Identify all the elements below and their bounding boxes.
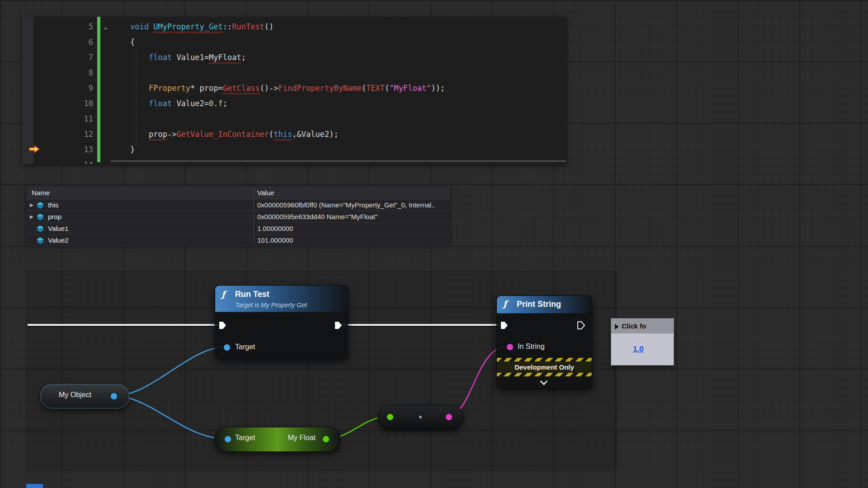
development-only-banner: Development Only xyxy=(497,358,592,376)
node-print-string-header[interactable]: ƒ Print String xyxy=(497,296,592,314)
function-icon: ƒ xyxy=(503,299,507,309)
code-line: 9 FProperty* prop=GetClass()->FindProper… xyxy=(33,80,567,96)
variable-name: this xyxy=(48,201,58,209)
line-number: 9 xyxy=(33,80,99,96)
target-pin[interactable] xyxy=(224,344,230,351)
line-number: 12 xyxy=(33,127,99,142)
code-text: prop->GetValue_InContainer(this,&Value2)… xyxy=(130,127,339,142)
watch-row[interactable]: ▶prop0x00000595e633dd40 Name="MyFloat" xyxy=(26,211,450,223)
code-line: 11 xyxy=(33,111,567,127)
target-pin-label: Target xyxy=(235,343,255,351)
code-text: { xyxy=(130,34,135,50)
collapse-chevron-icon[interactable] xyxy=(540,378,548,385)
variable-value: 101.000000 xyxy=(257,236,447,244)
code-line: 13} xyxy=(33,142,567,157)
function-icon: ƒ xyxy=(222,289,225,299)
expand-arrow-icon[interactable]: ▶ xyxy=(30,202,36,207)
code-editor-panel: 5void UMyProperty_Get::RunTest()6{7 floa… xyxy=(22,17,567,164)
conv-dot-icon xyxy=(419,416,422,418)
variable-value: 0x00000595e633dd40 Name="MyFloat" xyxy=(257,213,447,221)
bottom-left-accent xyxy=(26,484,43,488)
my-object-label: My Object xyxy=(59,391,91,399)
variable-icon xyxy=(36,213,45,221)
node-run-test-header[interactable]: ƒ Run Test Target is My Property Get xyxy=(215,286,348,312)
watch-rows: ▶this0x000005960fbf0ff0 (Name="MyPropert… xyxy=(26,199,450,246)
in-string-pin[interactable] xyxy=(507,344,513,350)
code-text: } xyxy=(130,142,135,157)
development-only-label: Development Only xyxy=(497,361,592,373)
debug-value-popup[interactable]: Click fo 1.0 xyxy=(611,318,674,366)
line-number: 14 xyxy=(33,157,99,164)
node-title: Run Test xyxy=(235,290,269,299)
fold-chevron-icon[interactable]: ⌄ xyxy=(104,19,108,34)
node-print-string[interactable]: ƒ Print String In String Development Onl… xyxy=(496,296,592,388)
code-text: void UMyProperty_Get::RunTest() xyxy=(130,19,274,34)
variable-icon xyxy=(36,237,45,244)
node-title: Print String xyxy=(517,300,561,309)
play-icon xyxy=(615,324,619,329)
line-number: 8 xyxy=(33,65,99,80)
watch-panel: Name Value ▶this0x000005960fbf0ff0 (Name… xyxy=(26,187,450,244)
column-divider[interactable] xyxy=(254,187,254,244)
variable-icon xyxy=(36,225,45,232)
line-number: 6 xyxy=(33,34,99,50)
popup-header[interactable]: Click fo xyxy=(611,319,674,333)
code-line: 8 xyxy=(33,65,567,80)
line-number: 11 xyxy=(33,111,99,127)
float-out-pin[interactable] xyxy=(323,436,329,442)
code-text: float Value2=0.f; xyxy=(130,96,227,111)
indent-guide xyxy=(136,47,137,147)
variable-name: prop xyxy=(48,213,61,221)
node-my-object[interactable]: My Object xyxy=(40,384,129,408)
in-string-pin-label: In String xyxy=(518,343,545,351)
conv-out-pin[interactable] xyxy=(446,414,452,420)
watch-row[interactable]: Value11.00000000 xyxy=(26,223,450,235)
popup-header-label: Click fo xyxy=(622,322,646,330)
exec-in-pin[interactable] xyxy=(500,321,508,330)
expand-arrow-icon[interactable]: ▶ xyxy=(30,214,36,219)
code-line: 12 prop->GetValue_InContainer(this,&Valu… xyxy=(33,127,567,142)
watch-row[interactable]: ▶this0x000005960fbf0ff0 (Name="MyPropert… xyxy=(26,199,450,211)
variable-value: 1.00000000 xyxy=(257,225,447,232)
exec-out-pin[interactable] xyxy=(577,320,585,330)
watch-header: Name Value xyxy=(26,187,450,199)
node-get-my-float[interactable]: Target My Float xyxy=(215,427,340,452)
column-header-name[interactable]: Name xyxy=(32,187,50,199)
code-text: float Value1=MyFloat; xyxy=(130,50,246,65)
line-number: 13 xyxy=(33,142,99,157)
conv-in-pin[interactable] xyxy=(387,414,393,420)
code-text: FProperty* prop=GetClass()->FindProperty… xyxy=(130,80,445,96)
line-number: 7 xyxy=(33,50,99,65)
exec-out-pin[interactable] xyxy=(335,321,342,330)
line-number: 10 xyxy=(33,96,99,111)
node-run-test[interactable]: ƒ Run Test Target is My Property Get Tar… xyxy=(215,285,348,359)
node-float-to-string[interactable] xyxy=(378,405,463,429)
code-line: 5void UMyProperty_Get::RunTest() xyxy=(33,19,567,34)
code-line: 10 float Value2=0.f; xyxy=(33,96,567,111)
variable-icon xyxy=(36,202,45,209)
hazard-stripe-top xyxy=(497,358,592,361)
current-statement-arrow-icon xyxy=(28,145,40,155)
horizontal-scrollbar[interactable] xyxy=(111,160,566,162)
column-header-value[interactable]: Value xyxy=(257,187,274,199)
hazard-stripe-bottom xyxy=(497,373,592,376)
code-line: 7 float Value1=MyFloat; xyxy=(33,50,567,65)
code-lines: 5void UMyProperty_Get::RunTest()6{7 floa… xyxy=(33,19,567,164)
target-pin[interactable] xyxy=(225,436,231,442)
exec-in-pin[interactable] xyxy=(219,321,226,330)
breakpoint-gutter[interactable] xyxy=(22,17,33,164)
object-out-pin[interactable] xyxy=(111,393,117,399)
variable-name: Value1 xyxy=(48,225,69,232)
code-line: 6{ xyxy=(33,34,567,50)
watch-row[interactable]: Value2101.000000 xyxy=(26,235,450,246)
node-subtitle: Target is My Property Get xyxy=(235,301,307,309)
variable-value: 0x000005960fbf0ff0 (Name="MyProperty_Get… xyxy=(257,201,447,209)
line-number: 5 xyxy=(33,19,99,34)
my-float-label: My Float xyxy=(288,434,316,442)
variable-name: Value2 xyxy=(48,236,69,244)
target-pin-label: Target xyxy=(235,434,255,442)
popup-value[interactable]: 1.0 xyxy=(633,345,644,354)
